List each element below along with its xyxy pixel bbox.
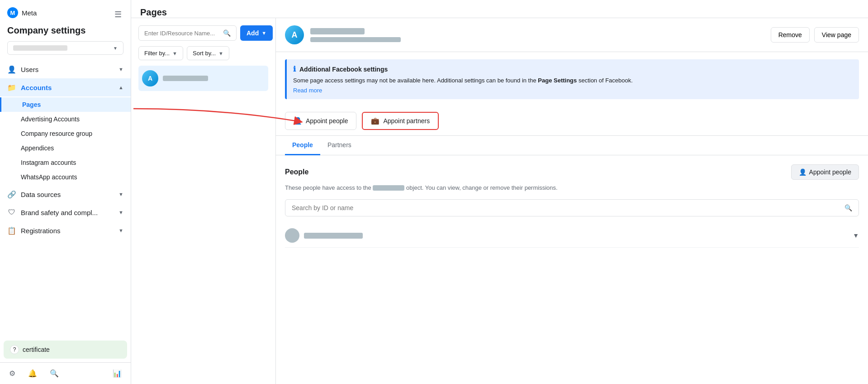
registrations-icon: 📋 xyxy=(7,226,16,235)
search-people-icon: 🔍 xyxy=(844,204,852,211)
search-people-box[interactable]: 🔍 xyxy=(285,199,859,216)
add-chevron-icon: ▼ xyxy=(261,30,266,36)
page-name-blurred-right xyxy=(310,28,365,34)
people-section: People 👤 Appoint people These people hav… xyxy=(276,155,868,257)
sidebar-item-users-label: Users xyxy=(21,66,38,73)
appendices-label: Appendices xyxy=(21,144,54,152)
instagram-label: Instagram accounts xyxy=(21,159,76,166)
info-box-title: ℹ Additional Facebook settings xyxy=(293,65,853,73)
brand-safety-label: Brand safety and compl... xyxy=(21,209,98,216)
sidebar: M Meta ☰ Company settings ▼ 👤 Users ▼ 📁 … xyxy=(0,0,131,384)
sidebar-item-accounts-label: Accounts xyxy=(21,84,52,91)
search-add-row: 🔍 Add ▼ xyxy=(138,25,268,41)
main-content: Pages 🔍 Add ▼ Filter by... ▼ xyxy=(131,0,868,384)
right-header-info xyxy=(310,28,764,42)
sidebar-item-whatsapp-accounts[interactable]: WhatsApp accounts xyxy=(0,170,131,184)
appoint-people-button[interactable]: 👤 Appoint people xyxy=(791,164,859,180)
sidebar-nav: 👤 Users ▼ 📁 Accounts ▲ Pages Advertising… xyxy=(0,60,131,337)
brand-safety-chevron-icon: ▼ xyxy=(119,210,123,215)
data-sources-label: Data sources xyxy=(21,191,61,198)
question-mark-icon: ? xyxy=(10,345,19,354)
add-button-label: Add xyxy=(247,29,259,37)
tabs-row: People Partners xyxy=(276,136,868,155)
search-icon-button[interactable]: 🔍 xyxy=(48,367,61,379)
sort-label: Sort by... xyxy=(193,50,216,57)
info-box-text: Some page access settings may not be ava… xyxy=(293,76,853,85)
layout-icon-button[interactable]: 📊 xyxy=(111,367,123,379)
tab-partners[interactable]: Partners xyxy=(320,136,359,155)
remove-button[interactable]: Remove xyxy=(771,27,810,43)
add-button[interactable]: Add ▼ xyxy=(240,25,273,41)
appoint-people-icon: 👤 xyxy=(294,117,302,125)
page-list-item[interactable]: A xyxy=(138,66,268,91)
sidebar-item-instagram-accounts[interactable]: Instagram accounts xyxy=(0,155,131,170)
advertising-label: Advertising Accounts xyxy=(21,115,80,123)
sidebar-item-registrations[interactable]: 📋 Registrations ▼ xyxy=(0,221,131,240)
filter-button[interactable]: Filter by... ▼ xyxy=(138,46,183,60)
sidebar-item-accounts[interactable]: 📁 Accounts ▲ xyxy=(0,78,131,96)
brand-safety-icon: 🛡 xyxy=(7,208,16,217)
meta-logo-text: Meta xyxy=(22,9,37,17)
account-selector[interactable]: ▼ xyxy=(7,41,123,55)
appoint-people-action-button[interactable]: 👤 Appoint people xyxy=(285,112,356,130)
person-avatar xyxy=(285,228,299,243)
svg-text:M: M xyxy=(10,10,15,16)
search-input[interactable] xyxy=(144,30,220,37)
chevron-icon: ▼ xyxy=(119,67,123,72)
sidebar-item-company-resource-group[interactable]: Company resource group xyxy=(0,126,131,141)
page-meta-blurred xyxy=(310,37,401,42)
page-avatar: A xyxy=(142,70,158,86)
company-title: Company settings xyxy=(0,25,131,41)
notifications-icon-button[interactable]: 🔔 xyxy=(26,367,39,379)
users-icon: 👤 xyxy=(7,65,16,74)
people-title: People xyxy=(285,168,308,176)
accounts-sub-nav: Pages Advertising Accounts Company resou… xyxy=(0,96,131,185)
accounts-chevron-icon: ▲ xyxy=(119,85,123,90)
people-description: These people have access to the object. … xyxy=(285,183,859,192)
page-title: Pages xyxy=(140,7,859,18)
right-avatar: A xyxy=(285,25,304,44)
chevron-down-icon: ▼ xyxy=(113,46,118,51)
search-people-input[interactable] xyxy=(292,204,841,211)
view-page-button[interactable]: View page xyxy=(814,27,859,43)
sidebar-item-appendices[interactable]: Appendices xyxy=(0,141,131,155)
read-more-link[interactable]: Read more xyxy=(293,87,853,94)
whatsapp-label: WhatsApp accounts xyxy=(21,173,77,181)
filter-chevron-icon: ▼ xyxy=(172,51,177,56)
search-icon: 🔍 xyxy=(223,29,231,37)
tab-people[interactable]: People xyxy=(285,136,320,155)
right-header: A Remove View page xyxy=(276,18,868,52)
account-selector-text xyxy=(13,45,67,51)
left-panel: 🔍 Add ▼ Filter by... ▼ Sort by... ▼ xyxy=(131,18,276,384)
info-box: ℹ Additional Facebook settings Some page… xyxy=(285,59,859,99)
sidebar-header: M Meta ☰ xyxy=(0,0,131,25)
main-header: Pages xyxy=(131,0,868,18)
sort-button[interactable]: Sort by... ▼ xyxy=(187,46,229,60)
blurred-object-name xyxy=(373,185,404,191)
search-box[interactable]: 🔍 xyxy=(138,25,237,41)
page-name-blurred xyxy=(163,76,208,81)
content-area: 🔍 Add ▼ Filter by... ▼ Sort by... ▼ xyxy=(131,18,868,384)
settings-icon-button[interactable]: ⚙ xyxy=(7,367,17,379)
sidebar-item-users[interactable]: 👤 Users ▼ xyxy=(0,60,131,78)
sidebar-item-advertising-accounts[interactable]: Advertising Accounts xyxy=(0,112,131,126)
sort-chevron-icon: ▼ xyxy=(218,51,223,56)
sidebar-item-brand-safety[interactable]: 🛡 Brand safety and compl... ▼ xyxy=(0,203,131,221)
certificate-footer[interactable]: ? certificate xyxy=(4,341,127,359)
right-header-buttons: Remove View page xyxy=(771,27,859,43)
pages-label: Pages xyxy=(22,101,41,108)
appoint-partners-action-button[interactable]: 💼 Appoint partners xyxy=(362,112,439,130)
data-sources-chevron-icon: ▼ xyxy=(119,192,123,197)
sidebar-item-pages[interactable]: Pages xyxy=(0,97,131,112)
hamburger-button[interactable]: ☰ xyxy=(113,8,123,21)
registrations-chevron-icon: ▼ xyxy=(119,228,123,233)
data-sources-icon: 🔗 xyxy=(7,190,16,199)
footer-icons-row: ⚙ 🔔 🔍 📊 xyxy=(0,362,131,384)
person-row: ▼ xyxy=(285,224,859,248)
meta-icon: M xyxy=(7,7,18,18)
person-expand-icon[interactable]: ▼ xyxy=(853,232,859,239)
meta-logo: M Meta xyxy=(7,7,37,18)
filter-label: Filter by... xyxy=(144,50,170,57)
right-panel: A Remove View page ℹ Additional Facebook… xyxy=(276,18,868,384)
sidebar-item-data-sources[interactable]: 🔗 Data sources ▼ xyxy=(0,185,131,203)
